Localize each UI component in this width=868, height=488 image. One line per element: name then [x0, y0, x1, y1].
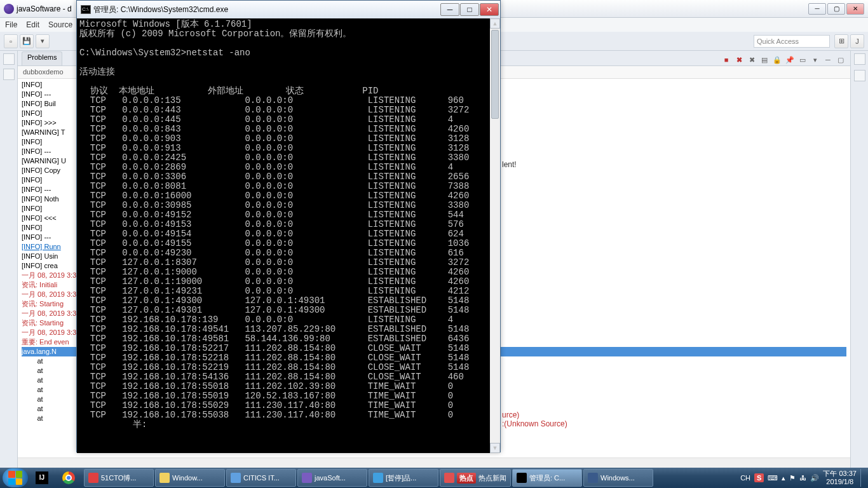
show-desktop-button[interactable]	[860, 469, 865, 487]
max-view-icon[interactable]: ▢	[835, 54, 846, 65]
remove-launch-icon[interactable]: ✖	[746, 54, 757, 65]
task-label: 管理员: C...	[529, 473, 565, 483]
menu-edit[interactable]: Edit	[26, 20, 39, 29]
scroll-up-icon[interactable]: ▲	[490, 18, 500, 29]
task-app-icon	[588, 473, 598, 483]
cmd-output[interactable]: Microsoft Windows [版本 6.1.7601] 版权所有 (c)…	[77, 18, 500, 453]
cmd-minimize-button[interactable]: ─	[440, 3, 459, 16]
cmd-vscrollbar[interactable]: ▲ ▼	[490, 18, 500, 453]
perspective-java-icon[interactable]: J	[850, 34, 864, 48]
taskbar: IJ 51CTO博...Window...CITICS IT...javaSof…	[0, 468, 868, 488]
task-label: Window...	[172, 474, 203, 482]
keyboard-icon[interactable]: ⌨	[768, 474, 778, 482]
scroll-down-icon[interactable]: ▼	[490, 443, 500, 453]
console-hscrollbar[interactable]	[18, 458, 850, 468]
sogou-icon[interactable]: S	[754, 473, 764, 482]
left-view-rail	[0, 51, 18, 468]
cmd-icon: C:\	[81, 5, 91, 14]
package-explorer-icon[interactable]	[3, 53, 15, 65]
cmd-maximize-button[interactable]: □	[460, 3, 479, 16]
task-app-icon	[373, 473, 383, 483]
task-label: [暂停]品...	[386, 473, 416, 483]
task-label: CITICS IT...	[243, 474, 280, 482]
start-button[interactable]	[3, 468, 28, 487]
quick-access-input[interactable]: Quick Access	[754, 35, 830, 48]
tb-new-icon[interactable]: ▫	[4, 34, 18, 48]
pinned-chrome-icon[interactable]	[56, 469, 81, 487]
taskbar-item[interactable]: 管理员: C...	[512, 469, 582, 487]
task-label: 51CTO博...	[101, 473, 136, 483]
scroll-thumb[interactable]	[491, 30, 499, 119]
task-app-icon	[231, 473, 241, 483]
perspective-jee-icon[interactable]: ⊞	[834, 34, 848, 48]
clear-console-icon[interactable]: ▤	[759, 54, 770, 65]
task-app-icon	[159, 473, 170, 483]
menu-file[interactable]: File	[5, 20, 17, 29]
taskbar-item[interactable]: 51CTO博...	[84, 469, 154, 487]
problems-tab[interactable]: Problems	[22, 51, 62, 65]
cmd-close-button[interactable]: ✕	[480, 3, 499, 16]
task-app-icon	[302, 473, 312, 483]
partial-console-text: lent! urce) :(Unknown Source)	[502, 160, 567, 428]
terminate-all-icon[interactable]: ✖	[733, 54, 745, 65]
menu-source[interactable]: Source	[48, 20, 72, 29]
clock[interactable]: 下午 03:37 2019/1/8	[823, 470, 857, 486]
taskbar-item[interactable]: Windows...	[583, 469, 653, 487]
type-hierarchy-icon[interactable]	[3, 69, 15, 80]
cmd-title: 管理员: C:\Windows\System32\cmd.exe	[93, 4, 228, 15]
tb-save-icon[interactable]: 💾	[20, 34, 34, 48]
outline-icon[interactable]	[854, 53, 865, 65]
close-button[interactable]: ✕	[846, 3, 864, 15]
taskbar-item[interactable]: CITICS IT...	[226, 469, 296, 487]
system-tray: CH S ⌨ ▴ ⚑ 🖧 🔊 下午 03:37 2019/1/8	[740, 469, 865, 487]
task-app-icon	[88, 473, 98, 483]
maximize-button[interactable]: ▢	[827, 3, 845, 15]
task-app-icon	[517, 473, 527, 483]
taskbar-item[interactable]: Window...	[155, 469, 225, 487]
taskbar-item[interactable]: 热点热点新闻	[440, 469, 511, 487]
terminate-icon[interactable]: ■	[721, 54, 732, 65]
minimize-button[interactable]: ─	[808, 3, 826, 15]
taskbar-item[interactable]: javaSoft...	[297, 469, 367, 487]
open-console-icon[interactable]: ▾	[810, 54, 821, 65]
ime-indicator[interactable]: CH	[740, 474, 750, 482]
volume-icon[interactable]: 🔊	[810, 474, 819, 482]
taskbar-item[interactable]: [暂停]品...	[369, 469, 438, 487]
console-toolbar: ■ ✖ ✖ ▤ 🔒 📌 ▭ ▾ ─ ▢	[721, 54, 850, 65]
scroll-lock-icon[interactable]: 🔒	[771, 54, 783, 65]
tb-more-icon[interactable]: ▾	[36, 34, 50, 48]
action-center-icon[interactable]: ⚑	[789, 474, 796, 482]
eclipse-icon	[4, 4, 14, 14]
task-label: Windows...	[600, 474, 635, 482]
task-label: javaSoft...	[315, 474, 346, 482]
network-icon[interactable]: 🖧	[799, 474, 806, 482]
tasklist-icon[interactable]	[854, 70, 865, 81]
tray-expand-icon[interactable]: ▴	[782, 474, 785, 482]
task-app-icon	[444, 473, 454, 483]
eclipse-title: javaSoftware - d	[17, 4, 72, 13]
display-console-icon[interactable]: ▭	[797, 54, 808, 65]
hot-badge: 热点	[457, 473, 476, 484]
task-label: 热点新闻	[478, 473, 506, 483]
cmd-titlebar[interactable]: C:\ 管理员: C:\Windows\System32\cmd.exe ─ □…	[77, 1, 500, 18]
pinned-intellij-icon[interactable]: IJ	[29, 469, 55, 487]
min-view-icon[interactable]: ─	[822, 54, 834, 65]
pin-console-icon[interactable]: 📌	[784, 54, 796, 65]
right-view-rail	[850, 51, 868, 468]
cmd-window: C:\ 管理员: C:\Windows\System32\cmd.exe ─ □…	[76, 0, 501, 452]
